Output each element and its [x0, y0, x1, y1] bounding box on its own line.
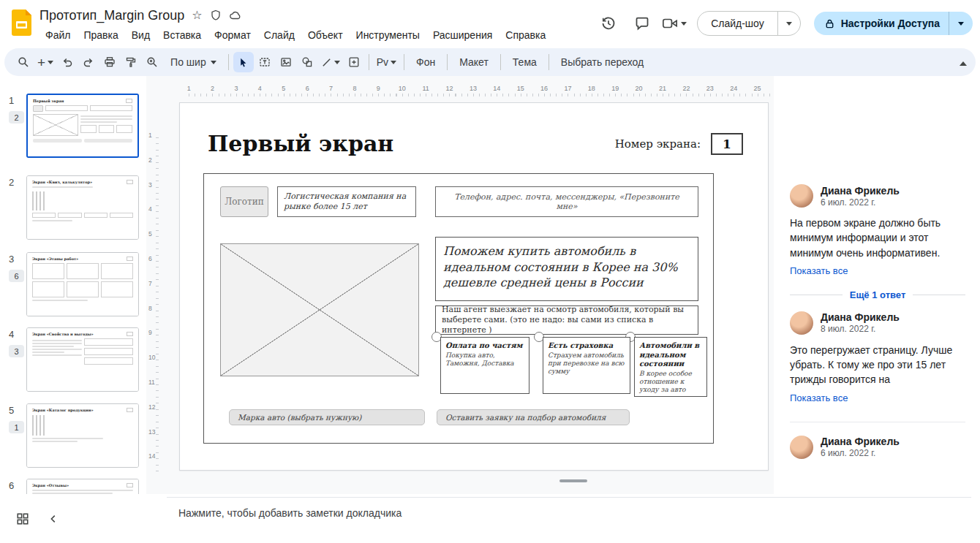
thumbnail-preview[interactable]: Экран «Каталог продукции» — [26, 403, 139, 468]
grid-view-icon[interactable] — [16, 512, 29, 525]
logo-placeholder[interactable]: Логотип — [220, 186, 268, 217]
comment-reply[interactable]: Диана Фрикель 8 июл. 2022 г. Это перегру… — [790, 311, 965, 404]
select-tool[interactable] — [233, 52, 254, 72]
comments-icon[interactable] — [628, 10, 656, 37]
comment-count-badge[interactable]: 1 — [9, 421, 24, 433]
meet-button[interactable] — [662, 17, 687, 30]
chevron-down-icon[interactable] — [391, 61, 396, 64]
pen-tool[interactable]: Pv — [374, 52, 399, 72]
slide-thumbnail-6[interactable]: 6 Экран «Отзывы» — [0, 479, 146, 494]
comment-thread[interactable]: Диана Фрикель 6 июл. 2022 г. На первом э… — [790, 184, 965, 277]
search-menus-icon[interactable] — [13, 52, 34, 72]
ruler-number: 10 — [391, 85, 414, 96]
tagline-box[interactable]: Логистическая компания на рынке более 15… — [277, 186, 416, 217]
thumbnail-preview[interactable]: Экран «Свойства и выгоды» — [26, 327, 139, 392]
collapse-filmstrip-icon[interactable] — [48, 514, 59, 524]
shape-tool[interactable] — [297, 52, 317, 72]
show-all-link[interactable]: Показать все — [790, 392, 848, 403]
menu-view[interactable]: Вид — [126, 27, 156, 43]
thumbnail-preview[interactable]: Экран «Этапы работ» — [26, 252, 139, 316]
chevron-down-icon[interactable] — [681, 22, 687, 26]
menu-object[interactable]: Объект — [302, 27, 349, 43]
insert-placeholder-tool[interactable] — [344, 52, 364, 72]
slide-thumbnail-1[interactable]: 1 2 Первый экран — [0, 94, 146, 158]
title-block: Прототип_Margin Group ☆ Файл Правка Вид — [39, 6, 551, 43]
comment-count-badge[interactable]: 2 — [9, 111, 24, 124]
menu-file[interactable]: Файл — [39, 27, 76, 43]
comment-count-badge[interactable]: 3 — [9, 345, 24, 357]
slide-canvas-area[interactable]: 1234567891011121314151617181920212223242… — [146, 76, 774, 494]
headline-box[interactable]: Поможем купить автомобиль в идеальном со… — [435, 237, 698, 301]
redo-icon[interactable] — [78, 52, 99, 72]
transition-button[interactable]: Выбрать переход — [554, 52, 651, 72]
thumbnail-preview[interactable]: Первый экран — [26, 94, 139, 158]
ruler-number: 14 — [485, 85, 508, 96]
slide-title[interactable]: Первый экран — [208, 131, 393, 156]
hide-toolbar-icon[interactable] — [960, 56, 967, 69]
wireframe-frame[interactable]: Логотип Логистическая компания на рынке … — [203, 173, 714, 444]
chevron-down-icon[interactable] — [334, 61, 340, 64]
menu-format[interactable]: Формат — [208, 27, 257, 43]
contacts-box[interactable]: Телефон, адрес. почта, мессенджеры, «Пер… — [435, 186, 698, 217]
slide-thumbnail-3[interactable]: 3 6 Экран «Этапы работ» — [0, 252, 146, 316]
zoom-icon[interactable] — [142, 52, 162, 72]
slides-logo-icon[interactable] — [12, 10, 31, 36]
slide-filmstrip[interactable]: 1 2 Первый экран — [0, 76, 146, 494]
star-icon[interactable]: ☆ — [192, 10, 202, 21]
feature-card-3[interactable]: Автомобили в идеальном состоянии В корее… — [634, 337, 707, 397]
version-history-icon[interactable] — [595, 10, 622, 37]
comment-thread[interactable]: Диана Фрикель 6 июл. 2022 г. — [790, 422, 965, 459]
paint-format-icon[interactable] — [121, 52, 141, 72]
fit-width-dropdown[interactable]: По шир — [163, 52, 224, 72]
brand-select-button[interactable]: Марка авто (выбрать нужную) — [229, 409, 425, 425]
print-icon[interactable] — [99, 52, 120, 72]
slideshow-button[interactable]: Слайд-шоу — [698, 12, 777, 35]
slide-thumbnail-2[interactable]: 2 Экран «Квиз, калькулятор» — [0, 175, 146, 240]
menu-extensions[interactable]: Расширения — [427, 27, 498, 43]
image-tool[interactable] — [276, 52, 296, 72]
menu-edit[interactable]: Правка — [78, 27, 124, 43]
notes-resize-handle[interactable] — [559, 479, 587, 482]
avatar — [790, 436, 813, 459]
shield-icon[interactable] — [210, 10, 222, 21]
document-title[interactable]: Прототип_Margin Group — [39, 8, 184, 23]
comment-count-badge[interactable]: 6 — [9, 270, 24, 282]
subnote-box[interactable]: Наш агент выезжает на осмотр автомобиля,… — [435, 305, 698, 335]
share-button[interactable]: Настройки Доступа — [814, 12, 949, 35]
layout-button[interactable]: Макет — [452, 52, 496, 72]
comments-panel[interactable]: Диана Фрикель 6 июл. 2022 г. На первом э… — [774, 76, 980, 494]
menu-insert[interactable]: Вставка — [157, 27, 207, 43]
slideshow-options-button[interactable] — [777, 12, 800, 35]
image-placeholder[interactable] — [220, 243, 419, 376]
cloud-status-icon[interactable] — [229, 10, 242, 21]
undo-icon[interactable] — [57, 52, 78, 72]
request-button[interactable]: Оставить заявку на подбор автомобиля — [437, 409, 630, 425]
menu-help[interactable]: Справка — [500, 27, 551, 43]
card-text: Покупка авто, Таможня, Доставка — [445, 352, 524, 368]
bottom-left-controls — [0, 494, 146, 543]
background-button[interactable]: Фон — [409, 52, 442, 72]
theme-button[interactable]: Тема — [505, 52, 544, 72]
slide-editor[interactable]: Первый экран Номер экрана: 1 Логотип Лог… — [179, 102, 769, 471]
feature-card-1[interactable]: Оплата по частям Покупка авто, Таможня, … — [440, 337, 529, 394]
textbox-tool[interactable] — [255, 52, 275, 72]
slide-thumbnail-4[interactable]: 4 3 Экран «Свойства и выгоды» — [0, 327, 146, 392]
thumbnail-preview[interactable]: Экран «Отзывы» — [26, 479, 139, 494]
thumbnail-content: Экран «Квиз, калькулятор» — [27, 176, 138, 239]
screen-number-box[interactable]: 1 — [711, 133, 743, 155]
speaker-notes-input[interactable]: Нажмите, чтобы добавить заметки докладчи… — [167, 497, 971, 532]
replies-divider-label[interactable]: Ещё 1 ответ — [850, 289, 906, 300]
new-slide-button[interactable]: + — [34, 52, 56, 72]
menu-slide[interactable]: Слайд — [258, 27, 301, 43]
feature-card-2[interactable]: Есть страховка Страхуем автомобиль при п… — [543, 337, 630, 394]
replies-divider[interactable]: Ещё 1 ответ — [790, 289, 965, 300]
toolbar-divider — [404, 54, 404, 70]
slide-thumbnail-5[interactable]: 5 1 Экран «Каталог продукции» — [0, 403, 146, 468]
show-all-link[interactable]: Показать все — [790, 265, 848, 276]
main-area: 1 2 Первый экран — [0, 76, 980, 494]
line-tool[interactable] — [318, 52, 343, 72]
menu-tools[interactable]: Инструменты — [350, 27, 426, 43]
chevron-down-icon[interactable] — [48, 61, 53, 64]
thumbnail-preview[interactable]: Экран «Квиз, калькулятор» — [26, 175, 139, 240]
share-options-button[interactable] — [949, 12, 973, 35]
